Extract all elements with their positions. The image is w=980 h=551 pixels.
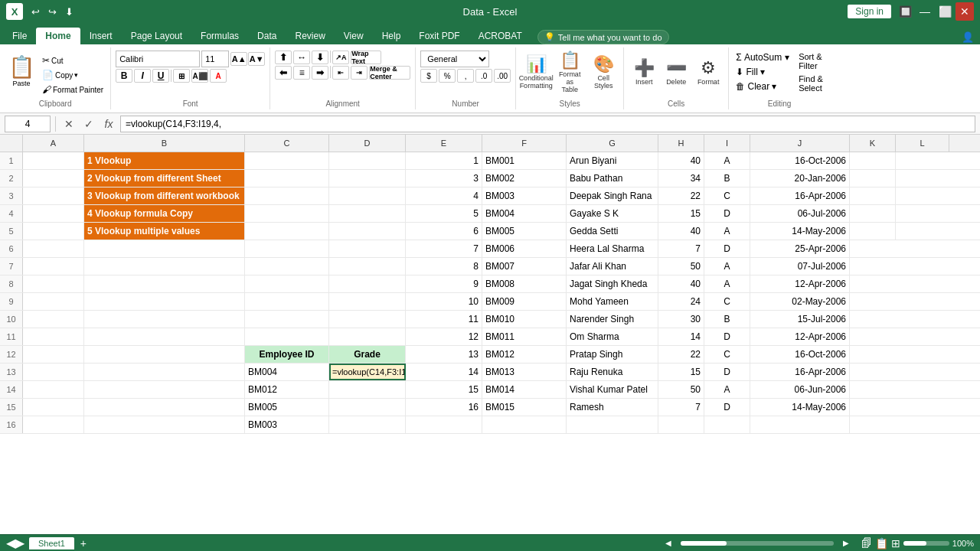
cell-j15[interactable]: 14-May-2006 (750, 399, 850, 416)
border-btn[interactable]: ⊞ (173, 69, 190, 83)
number-format-select[interactable]: General (420, 51, 489, 67)
cell-e2[interactable]: 3 (406, 170, 482, 187)
align-middle-btn[interactable]: ↔ (293, 51, 310, 64)
cell-g1[interactable]: Arun Biyani (567, 152, 658, 169)
formula-input[interactable] (120, 116, 975, 132)
cell-e1[interactable]: 1 (406, 152, 482, 169)
paste-btn[interactable]: 📋 Paste (5, 51, 38, 93)
wrap-text-btn[interactable]: Wrap Text (351, 51, 381, 64)
confirm-formula-btn[interactable]: ✓ (80, 116, 97, 132)
cell-k4[interactable] (850, 205, 896, 222)
cell-f13[interactable]: BM013 (482, 364, 567, 380)
cell-b16[interactable] (84, 416, 245, 433)
cell-g7[interactable]: Jafar Ali Khan (567, 258, 658, 275)
maximize-btn[interactable]: ⬜ (936, 2, 954, 21)
cell-h14[interactable]: 50 (658, 381, 704, 398)
percent-btn[interactable]: % (439, 69, 456, 83)
cell-a14[interactable] (23, 381, 84, 398)
cell-c2[interactable] (245, 170, 329, 187)
tab-file[interactable]: File (3, 28, 36, 44)
find-select-btn[interactable]: Find &Select (796, 73, 825, 94)
col-header-g[interactable]: G (567, 135, 658, 152)
cell-c13[interactable]: BM004 (245, 364, 329, 380)
add-sheet-btn[interactable]: + (76, 537, 91, 549)
format-as-table-btn[interactable]: 📋 Format asTable (554, 51, 585, 93)
cell-g9[interactable]: Mohd Yameen (567, 293, 658, 310)
cell-e10[interactable]: 11 (406, 311, 482, 328)
cell-b1[interactable]: 1 Vlookup (84, 152, 245, 169)
cell-f4[interactable]: BM004 (482, 205, 567, 222)
cell-d4[interactable] (329, 205, 406, 222)
cell-a9[interactable] (23, 293, 84, 310)
cell-c15[interactable]: BM005 (245, 399, 329, 416)
conditional-formatting-btn[interactable]: 📊 ConditionalFormatting (521, 51, 551, 93)
tab-home[interactable]: Home (36, 28, 80, 44)
cell-c4[interactable] (245, 205, 329, 222)
cell-b12[interactable] (84, 346, 245, 363)
cell-d8[interactable] (329, 276, 406, 292)
cell-g15[interactable]: Ramesh (567, 399, 658, 416)
cell-f14[interactable]: BM014 (482, 381, 567, 398)
col-header-i[interactable]: I (704, 135, 750, 152)
cell-g5[interactable]: Gedda Setti (567, 223, 658, 240)
cut-btn[interactable]: ✂ Cut (40, 54, 106, 67)
cell-i14[interactable]: A (704, 381, 750, 398)
col-header-b[interactable]: B (84, 135, 245, 152)
cell-i4[interactable]: D (704, 205, 750, 222)
cell-k1[interactable] (850, 152, 896, 169)
cell-h8[interactable]: 40 (658, 276, 704, 292)
cell-h1[interactable]: 40 (658, 152, 704, 169)
cell-b11[interactable] (84, 328, 245, 345)
autosum-btn[interactable]: Σ AutoSum ▾ (733, 51, 795, 64)
horizontal-scrollbar[interactable] (681, 541, 834, 546)
cell-e14[interactable]: 15 (406, 381, 482, 398)
horizontal-scroll-right[interactable]: ▶ (837, 534, 855, 552)
font-increase-btn[interactable]: A▲ (230, 52, 247, 66)
cell-b6[interactable] (84, 240, 245, 257)
cell-c10[interactable] (245, 311, 329, 328)
cell-c16[interactable]: BM003 (245, 416, 329, 433)
cell-i2[interactable]: B (704, 170, 750, 187)
cell-e7[interactable]: 8 (406, 258, 482, 275)
cell-b7[interactable] (84, 258, 245, 275)
customize-qa-btn[interactable]: ⬇ (61, 4, 77, 19)
cell-a10[interactable] (23, 311, 84, 328)
cell-j12[interactable]: 16-Oct-2006 (750, 346, 850, 363)
cell-b13[interactable] (84, 364, 245, 380)
italic-btn[interactable]: I (134, 69, 151, 83)
col-header-f[interactable]: F (482, 135, 567, 152)
cell-b9[interactable] (84, 293, 245, 310)
scroll-sheets-left-btn[interactable]: ◀ (6, 536, 15, 550)
cell-e15[interactable]: 16 (406, 399, 482, 416)
cell-a6[interactable] (23, 240, 84, 257)
tab-data[interactable]: Data (248, 28, 286, 44)
tab-acrobat[interactable]: ACROBAT (469, 28, 531, 44)
cell-k3[interactable] (850, 187, 896, 204)
tab-insert[interactable]: Insert (80, 28, 122, 44)
insert-function-btn[interactable]: fx (100, 116, 117, 132)
align-right-btn[interactable]: ➡ (312, 66, 328, 80)
cell-g4[interactable]: Gayake S K (567, 205, 658, 222)
cell-g12[interactable]: Pratap Singh (567, 346, 658, 363)
view-page-break-btn[interactable]: ⊞ (891, 537, 900, 549)
cell-i12[interactable]: C (704, 346, 750, 363)
cell-k2[interactable] (850, 170, 896, 187)
cell-f12[interactable]: BM012 (482, 346, 567, 363)
bold-btn[interactable]: B (116, 69, 132, 83)
tab-formulas[interactable]: Formulas (191, 28, 248, 44)
cell-b8[interactable] (84, 276, 245, 292)
cell-i9[interactable]: C (704, 293, 750, 310)
cell-c1[interactable] (245, 152, 329, 169)
currency-btn[interactable]: $ (420, 69, 437, 83)
user-icon[interactable]: 👤 (960, 29, 975, 44)
sign-in-button[interactable]: Sign in (848, 5, 891, 18)
cell-b10[interactable] (84, 311, 245, 328)
comma-btn[interactable]: , (457, 69, 474, 83)
cell-f2[interactable]: BM002 (482, 170, 567, 187)
cell-c8[interactable] (245, 276, 329, 292)
undo-btn[interactable]: ↩ (28, 4, 43, 19)
cell-f11[interactable]: BM011 (482, 328, 567, 345)
cell-g6[interactable]: Heera Lal Sharma (567, 240, 658, 257)
cell-d14[interactable] (329, 381, 406, 398)
cell-d10[interactable] (329, 311, 406, 328)
